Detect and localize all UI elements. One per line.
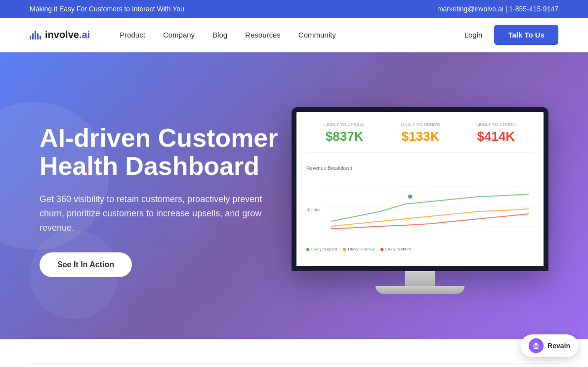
nav-blog[interactable]: Blog: [212, 31, 227, 39]
revenue-chart: $1.4M: [306, 177, 534, 241]
logo-icon: [30, 31, 41, 40]
legend-renew-dot: [343, 248, 346, 251]
screen-inner: LIKELY TO UPSELL $837K LIKELY TO RENEW $…: [296, 112, 544, 266]
logo-link[interactable]: involve.ai: [30, 29, 90, 41]
nav-resources[interactable]: Resources: [245, 31, 281, 39]
legend-upsell-label: Likely to upsell: [311, 247, 337, 251]
logo-text: involve.ai: [45, 29, 90, 41]
legend-upsell-dot: [306, 248, 309, 251]
chart-title: Revenue Breakdown: [306, 165, 534, 171]
legend-renew: Likely to renew: [343, 247, 374, 251]
metric-upsell-label: LIKELY TO UPSELL: [324, 122, 364, 127]
nav-actions: Login Talk To Us: [464, 25, 558, 45]
metric-upsell: LIKELY TO UPSELL $837K: [324, 122, 364, 144]
hero-section: AI-driven Customer Health Dashboard Get …: [0, 52, 588, 339]
login-button[interactable]: Login: [464, 31, 483, 39]
metric-upsell-value: $837K: [324, 129, 364, 144]
revain-label: Revain: [547, 342, 570, 350]
legend-churn: Likely to churn: [380, 247, 411, 251]
svg-point-3: [408, 195, 412, 199]
legend-renew-label: Likely to renew: [348, 247, 374, 251]
hero-image: LIKELY TO UPSELL $837K LIKELY TO RENEW $…: [292, 107, 548, 294]
nav-links: Product Company Blog Resources Community: [120, 31, 464, 39]
monitor-mockup: LIKELY TO UPSELL $837K LIKELY TO RENEW $…: [292, 107, 548, 294]
screen-metrics: LIKELY TO UPSELL $837K LIKELY TO RENEW $…: [306, 122, 534, 153]
hero-subtitle: Get 360 visibility to retain customers, …: [40, 192, 277, 235]
nav-community[interactable]: Community: [298, 31, 336, 39]
metric-renew: LIKELY TO RENEW $133K: [401, 122, 440, 144]
svg-point-23: [535, 343, 538, 346]
revain-icon: [529, 338, 544, 353]
trusted-section: TRUSTED BY THE WORLD'S BEST COMPANIES ‹ …: [0, 339, 588, 367]
top-banner: Making it Easy For Customers to Interact…: [0, 0, 588, 18]
metric-churn-value: $414K: [476, 129, 515, 144]
stand-neck: [405, 271, 435, 286]
banner-contact: marketing@involve.ai | 1-855-415-9147: [437, 5, 558, 13]
talk-button[interactable]: Talk To Us: [494, 25, 558, 45]
banner-message: Making it Easy For Customers to Interact…: [30, 5, 184, 13]
chart-y-label: $1.4M: [307, 207, 320, 212]
hero-title: AI-driven Customer Health Dashboard: [40, 124, 292, 180]
legend-churn-label: Likely to churn: [385, 247, 411, 251]
revain-widget[interactable]: Revain: [521, 334, 578, 357]
legend-churn-dot: [380, 248, 383, 251]
nav-product[interactable]: Product: [120, 31, 145, 39]
stand-base: [376, 286, 464, 294]
metric-renew-value: $133K: [401, 129, 440, 144]
hero-content: AI-driven Customer Health Dashboard Get …: [40, 124, 292, 278]
monitor-screen: LIKELY TO UPSELL $837K LIKELY TO RENEW $…: [292, 107, 548, 271]
metric-churn: LIKELY TO CHURN $414K: [476, 122, 515, 144]
hero-cta-button[interactable]: See It In Action: [40, 252, 132, 277]
nav-company[interactable]: Company: [163, 31, 195, 39]
metric-renew-label: LIKELY TO RENEW: [401, 122, 440, 127]
metric-churn-label: LIKELY TO CHURN: [476, 122, 515, 127]
trusted-divider: [30, 364, 558, 364]
navbar: involve.ai Product Company Blog Resource…: [0, 18, 588, 52]
legend-upsell: Likely to upsell: [306, 247, 337, 251]
monitor-stand: [292, 271, 548, 294]
chart-legend: Likely to upsell Likely to renew Likely …: [306, 247, 534, 251]
revain-logo-icon: [532, 342, 540, 350]
chart-area: Revenue Breakdown $1.4M: [306, 161, 534, 256]
